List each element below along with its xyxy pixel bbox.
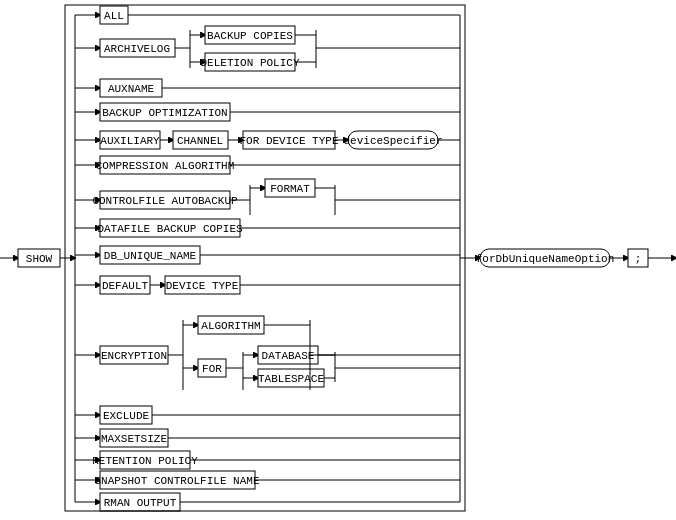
db-unique-name-label: DB_UNIQUE_NAME xyxy=(104,250,197,262)
maxsetsize-label: MAXSETSIZE xyxy=(101,433,167,445)
controlfile-autobackup-label: CONTROLFILE AUTOBACKUP xyxy=(92,195,238,207)
deletion-policy-label: DELETION POLICY xyxy=(200,57,299,69)
database-label: DATABASE xyxy=(262,350,315,362)
all-label: ALL xyxy=(104,10,124,22)
exclude-label: EXCLUDE xyxy=(103,410,150,422)
backup-copies-label: BACKUP COPIES xyxy=(207,30,293,42)
default-label: DEFAULT xyxy=(102,280,149,292)
syntax-diagram: SHOW ALL ARCHIVELOG BACKUP COPIES DELETI… xyxy=(0,0,676,520)
show-label: SHOW xyxy=(26,253,53,265)
backup-optimization-label: BACKUP OPTIMIZATION xyxy=(102,107,227,119)
algorithm-label: ALGORITHM xyxy=(201,320,260,332)
retention-policy-label: RETENTION POLICY xyxy=(92,455,198,467)
auxname-label: AUXNAME xyxy=(108,83,155,95)
for-db-unique-name-option-label: forDbUniqueNameOption xyxy=(476,253,615,265)
archivelog-label: ARCHIVELOG xyxy=(104,43,170,55)
compression-algorithm-label: COMPRESSION ALGORITHM xyxy=(96,160,235,172)
tablespace-label: TABLESPACE xyxy=(258,373,324,385)
device-specifier-label: deviceSpecifier xyxy=(343,135,442,147)
datafile-backup-copies-label: DATAFILE BACKUP COPIES xyxy=(97,223,243,235)
semicolon-label: ; xyxy=(635,253,642,265)
channel-label: CHANNEL xyxy=(177,135,223,147)
for-device-type-label: FOR DEVICE TYPE xyxy=(239,135,338,147)
encryption-label: ENCRYPTION xyxy=(101,350,167,362)
format-label: FORMAT xyxy=(270,183,310,195)
device-type-label: DEVICE TYPE xyxy=(166,280,239,292)
rman-output-label: RMAN OUTPUT xyxy=(104,497,177,509)
auxiliary-label: AUXILIARY xyxy=(100,135,160,147)
for-label: FOR xyxy=(202,363,222,375)
snapshot-controlfile-name-label: SNAPSHOT CONTROLFILE NAME xyxy=(94,475,259,487)
